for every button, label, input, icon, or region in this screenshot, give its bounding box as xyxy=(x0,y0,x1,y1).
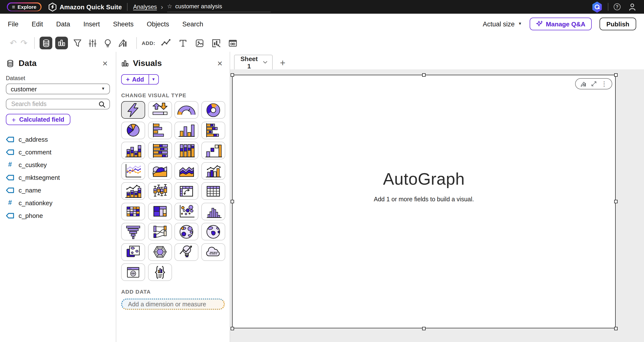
add-sheet-button[interactable]: + xyxy=(280,58,285,68)
calculated-field-button[interactable]: + Calculated field xyxy=(6,114,70,125)
resize-handle-bottom-right[interactable] xyxy=(614,326,617,330)
field-list: c_addressc_comment#c_custkeyc_mktsegment… xyxy=(6,133,110,222)
visuals-panel-toggle[interactable] xyxy=(55,37,68,49)
visuals-panel-title: Visuals xyxy=(133,59,162,68)
close-visuals-panel-button[interactable]: ✕ xyxy=(215,59,225,68)
add-visual-from-library-button[interactable] xyxy=(210,37,222,49)
close-data-panel-button[interactable]: ✕ xyxy=(100,59,110,68)
sheet-tab[interactable]: Sheet 1 xyxy=(234,55,273,70)
visual-type-horizontal-bar[interactable] xyxy=(148,122,172,139)
add-embed-button[interactable] xyxy=(227,37,239,49)
resize-handle-top-left[interactable] xyxy=(230,73,234,76)
menu-insert[interactable]: Insert xyxy=(83,20,100,28)
add-image-button[interactable] xyxy=(194,37,206,49)
field-c_custkey[interactable]: #c_custkey xyxy=(6,158,110,171)
heatmap-icon xyxy=(123,204,143,219)
redo-button[interactable]: ↷ xyxy=(18,39,29,47)
menu-search[interactable]: Search xyxy=(182,20,203,28)
menu-data[interactable]: Data xyxy=(56,20,70,28)
resize-handle-top-right[interactable] xyxy=(614,73,617,76)
help-icon[interactable]: ? xyxy=(614,4,620,10)
visual-type-heatmap[interactable] xyxy=(121,202,145,220)
visual-type-line[interactable] xyxy=(121,162,145,180)
canvas-area[interactable]: ⋮ AutoGraph Add 1 or more fields to buil… xyxy=(230,70,644,342)
field-c_comment[interactable]: c_comment xyxy=(6,146,110,158)
maximize-visual-button[interactable] xyxy=(591,80,597,87)
resize-handle-top[interactable] xyxy=(422,73,426,76)
brand[interactable]: Amazon Quick Suite xyxy=(48,2,122,12)
q-assistant-icon[interactable] xyxy=(592,1,602,12)
add-visual-button[interactable] xyxy=(160,37,172,49)
zoom-level-control[interactable]: Actual size ▼ xyxy=(483,20,522,28)
caret-down-icon: ▼ xyxy=(101,87,105,91)
menu-file[interactable]: File xyxy=(8,20,18,28)
add-visual-dropdown-button[interactable]: ▼ xyxy=(148,75,158,84)
visual-type-donut[interactable] xyxy=(201,101,225,119)
visual-type-pie[interactable] xyxy=(121,122,145,139)
visual-type-funnel[interactable] xyxy=(121,223,145,240)
data-panel-toggle[interactable] xyxy=(40,37,52,49)
treemap-icon xyxy=(150,204,170,219)
visual-type-stacked-area[interactable] xyxy=(174,162,198,180)
visual-type-filled-map[interactable] xyxy=(201,223,225,240)
resize-handle-bottom-left[interactable] xyxy=(230,326,234,330)
dataset-value: customer xyxy=(11,85,37,92)
add-text-button[interactable] xyxy=(177,37,189,49)
bar-chart-icon xyxy=(121,60,129,68)
explore-button[interactable]: ≡ Explore xyxy=(8,3,41,10)
edit-visual-button[interactable] xyxy=(580,80,587,87)
field-c_mktsegment[interactable]: c_mktsegment xyxy=(6,171,110,184)
visual-type-combo-bar-line[interactable] xyxy=(201,162,225,180)
menu-sheets[interactable]: Sheets xyxy=(113,20,134,28)
visual-type-horizontal-stacked-100-bar[interactable] xyxy=(148,142,172,159)
visual-type-kpi[interactable] xyxy=(148,101,172,119)
add-dimension-or-measure-well[interactable]: Add a dimension or measure xyxy=(121,298,225,310)
manage-qa-button[interactable]: Manage Q&A xyxy=(530,18,592,30)
visual-type-treemap[interactable] xyxy=(148,202,172,220)
visual-type-insights[interactable] xyxy=(174,243,198,261)
visual-type-pivot-table[interactable] xyxy=(174,182,198,200)
visual-type-histogram[interactable] xyxy=(201,202,225,220)
dataset-select[interactable]: customer ▼ xyxy=(6,84,110,94)
visual-type-points-on-map[interactable] xyxy=(174,223,198,240)
resize-handle-bottom[interactable] xyxy=(422,326,426,330)
visual-type-table[interactable] xyxy=(201,182,225,200)
visual-type-vertical-stacked-100-bar[interactable] xyxy=(174,142,198,159)
visual-type-waterfall[interactable] xyxy=(201,142,225,159)
visual-type-combo-stacked-bar-line[interactable] xyxy=(121,182,145,200)
field-c_address[interactable]: c_address xyxy=(6,133,110,146)
visual-type-word-cloud[interactable] xyxy=(201,243,225,261)
visual-type-horizontal-stacked-bar[interactable] xyxy=(201,122,225,139)
visual-type-area[interactable] xyxy=(148,162,172,180)
insights-button[interactable] xyxy=(101,37,114,49)
edit-visuals-button[interactable] xyxy=(116,37,129,49)
filter-button[interactable] xyxy=(71,37,84,49)
breadcrumb-analyses[interactable]: Analyses xyxy=(133,4,157,10)
analysis-title-field[interactable]: ☆ customer analysis xyxy=(167,2,271,12)
menu-objects[interactable]: Objects xyxy=(147,20,169,28)
visual-type-gauge[interactable] xyxy=(174,101,198,119)
visual-type-scatter[interactable] xyxy=(174,202,198,220)
menu-edit[interactable]: Edit xyxy=(32,20,43,28)
publish-button[interactable]: Publish xyxy=(600,18,636,30)
favorite-star-icon[interactable]: ☆ xyxy=(167,3,172,9)
visual-type-map[interactable] xyxy=(121,243,145,261)
visual-type-autograph[interactable] xyxy=(121,101,145,119)
visual-type-custom-visual[interactable] xyxy=(121,263,145,281)
visual-type-sankey[interactable] xyxy=(148,223,172,240)
selected-visual[interactable]: ⋮ AutoGraph Add 1 or more fields to buil… xyxy=(232,75,616,328)
search-fields-input[interactable] xyxy=(10,100,98,108)
visual-type-narrative[interactable] xyxy=(148,263,172,281)
visual-type-vertical-stacked-bar[interactable] xyxy=(121,142,145,159)
visual-options-menu-button[interactable]: ⋮ xyxy=(601,80,607,87)
visual-type-vertical-bar[interactable] xyxy=(174,122,198,139)
field-c_name[interactable]: c_name xyxy=(6,184,110,196)
visual-type-radar[interactable] xyxy=(148,243,172,261)
parameters-button[interactable] xyxy=(86,37,99,49)
field-c_nationkey[interactable]: #c_nationkey xyxy=(6,196,110,209)
field-c_phone[interactable]: c_phone xyxy=(6,209,110,222)
visual-type-box-plot[interactable] xyxy=(148,182,172,200)
user-icon[interactable] xyxy=(628,3,636,11)
add-visual-button[interactable]: + Add xyxy=(122,75,148,84)
undo-button[interactable]: ↶ xyxy=(8,39,18,47)
